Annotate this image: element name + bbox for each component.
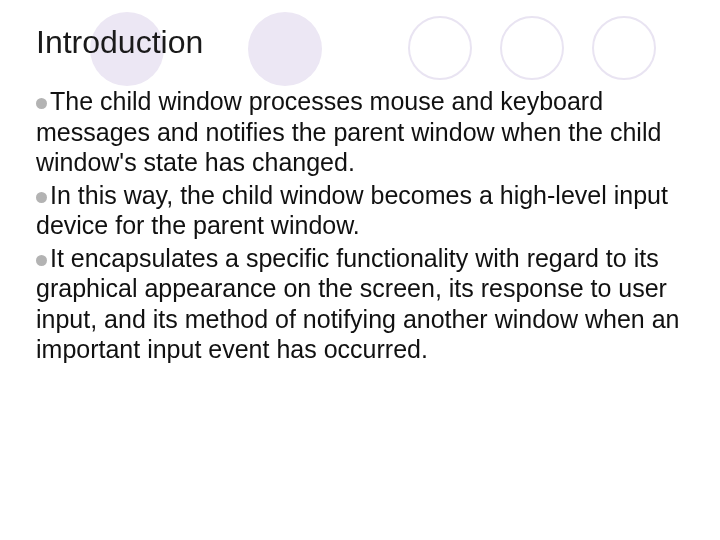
list-item: It encapsulates a specific functionality… xyxy=(36,243,684,365)
deco-ring xyxy=(500,16,564,80)
deco-ring xyxy=(592,16,656,80)
bullet-text: It encapsulates a specific functionality… xyxy=(36,244,679,364)
bullet-text: The child window processes mouse and key… xyxy=(36,87,661,176)
list-item: The child window processes mouse and key… xyxy=(36,86,684,178)
slide-title: Introduction xyxy=(36,24,203,61)
bullet-text: In this way, the child window becomes a … xyxy=(36,181,668,240)
bullet-icon xyxy=(36,98,47,109)
deco-ring xyxy=(408,16,472,80)
deco-circle xyxy=(248,12,322,86)
list-item: In this way, the child window becomes a … xyxy=(36,180,684,241)
bullet-list: The child window processes mouse and key… xyxy=(36,86,684,367)
bullet-icon xyxy=(36,192,47,203)
bullet-icon xyxy=(36,255,47,266)
